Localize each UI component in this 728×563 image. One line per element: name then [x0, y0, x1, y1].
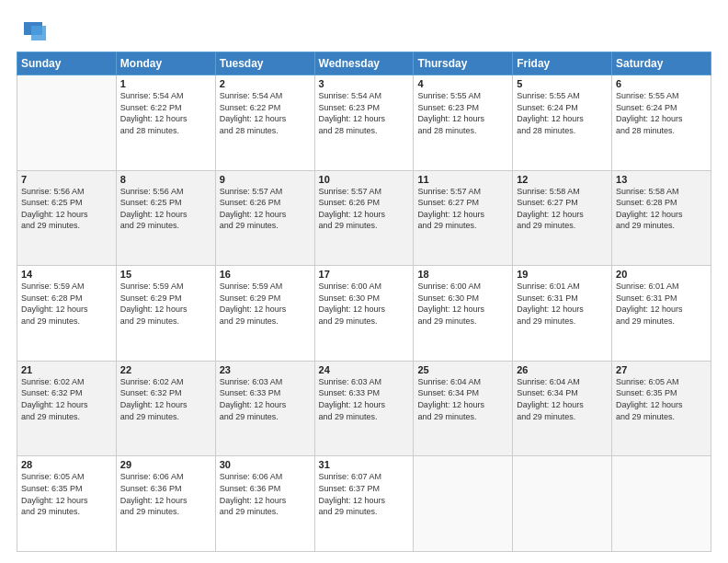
day-info: Sunrise: 5:58 AM Sunset: 6:27 PM Dayligh… — [517, 186, 608, 232]
calendar-day-cell: 6Sunrise: 5:55 AM Sunset: 6:24 PM Daylig… — [612, 75, 711, 171]
day-info: Sunrise: 6:02 AM Sunset: 6:32 PM Dayligh… — [120, 376, 211, 422]
calendar-day-header: Saturday — [612, 52, 711, 75]
day-number: 4 — [417, 78, 508, 89]
day-number: 13 — [616, 174, 707, 185]
day-number: 2 — [220, 78, 311, 89]
logo-icon — [17, 17, 42, 42]
calendar-day-cell: 26Sunrise: 6:04 AM Sunset: 6:34 PM Dayli… — [513, 361, 612, 456]
day-info: Sunrise: 5:54 AM Sunset: 6:23 PM Dayligh… — [319, 90, 410, 136]
day-number: 23 — [220, 364, 311, 375]
day-number: 27 — [616, 364, 707, 375]
calendar-day-cell: 5Sunrise: 5:55 AM Sunset: 6:24 PM Daylig… — [513, 75, 612, 171]
day-number: 10 — [319, 174, 410, 185]
day-info: Sunrise: 6:04 AM Sunset: 6:34 PM Dayligh… — [517, 376, 608, 422]
calendar-day-cell: 11Sunrise: 5:57 AM Sunset: 6:27 PM Dayli… — [414, 170, 513, 266]
day-info: Sunrise: 5:57 AM Sunset: 6:26 PM Dayligh… — [319, 186, 410, 232]
calendar-day-cell: 14Sunrise: 5:59 AM Sunset: 6:28 PM Dayli… — [17, 266, 117, 362]
calendar-day-cell: 3Sunrise: 5:54 AM Sunset: 6:23 PM Daylig… — [314, 75, 414, 171]
calendar-day-cell: 31Sunrise: 6:07 AM Sunset: 6:37 PM Dayli… — [314, 456, 414, 552]
calendar-day-cell: 28Sunrise: 6:05 AM Sunset: 6:35 PM Dayli… — [17, 456, 117, 552]
day-info: Sunrise: 5:57 AM Sunset: 6:26 PM Dayligh… — [220, 186, 311, 232]
day-number: 3 — [319, 78, 410, 89]
day-number: 30 — [220, 459, 311, 470]
day-info: Sunrise: 5:59 AM Sunset: 6:28 PM Dayligh… — [21, 281, 112, 327]
day-info: Sunrise: 6:01 AM Sunset: 6:31 PM Dayligh… — [616, 281, 707, 327]
calendar-header-row: SundayMondayTuesdayWednesdayThursdayFrid… — [17, 52, 711, 75]
day-number: 1 — [120, 78, 211, 89]
calendar-day-cell: 1Sunrise: 5:54 AM Sunset: 6:22 PM Daylig… — [116, 75, 215, 171]
day-number: 20 — [616, 269, 707, 280]
day-info: Sunrise: 5:55 AM Sunset: 6:23 PM Dayligh… — [417, 90, 508, 136]
calendar-day-cell: 17Sunrise: 6:00 AM Sunset: 6:30 PM Dayli… — [314, 266, 414, 362]
calendar-day-cell — [612, 456, 711, 552]
day-number: 14 — [21, 269, 112, 280]
calendar-day-cell — [17, 75, 117, 171]
day-info: Sunrise: 5:55 AM Sunset: 6:24 PM Dayligh… — [616, 90, 707, 136]
calendar-day-cell: 13Sunrise: 5:58 AM Sunset: 6:28 PM Dayli… — [612, 170, 711, 266]
day-info: Sunrise: 6:06 AM Sunset: 6:36 PM Dayligh… — [220, 471, 311, 517]
day-info: Sunrise: 5:56 AM Sunset: 6:25 PM Dayligh… — [120, 186, 211, 232]
calendar-day-cell: 29Sunrise: 6:06 AM Sunset: 6:36 PM Dayli… — [116, 456, 215, 552]
day-number: 18 — [417, 269, 508, 280]
calendar-day-cell: 30Sunrise: 6:06 AM Sunset: 6:36 PM Dayli… — [215, 456, 314, 552]
day-info: Sunrise: 6:03 AM Sunset: 6:33 PM Dayligh… — [220, 376, 311, 422]
calendar-day-cell: 16Sunrise: 5:59 AM Sunset: 6:29 PM Dayli… — [215, 266, 314, 362]
day-info: Sunrise: 5:54 AM Sunset: 6:22 PM Dayligh… — [120, 90, 211, 136]
day-info: Sunrise: 6:02 AM Sunset: 6:32 PM Dayligh… — [21, 376, 112, 422]
day-info: Sunrise: 6:06 AM Sunset: 6:36 PM Dayligh… — [120, 471, 211, 517]
calendar-week-row: 28Sunrise: 6:05 AM Sunset: 6:35 PM Dayli… — [17, 456, 711, 552]
calendar-day-cell: 12Sunrise: 5:58 AM Sunset: 6:27 PM Dayli… — [513, 170, 612, 266]
page-header — [17, 17, 711, 42]
day-number: 25 — [417, 364, 508, 375]
day-number: 8 — [120, 174, 211, 185]
day-info: Sunrise: 6:07 AM Sunset: 6:37 PM Dayligh… — [319, 471, 410, 517]
day-number: 24 — [319, 364, 410, 375]
day-info: Sunrise: 6:05 AM Sunset: 6:35 PM Dayligh… — [21, 471, 112, 517]
calendar-day-cell: 18Sunrise: 6:00 AM Sunset: 6:30 PM Dayli… — [414, 266, 513, 362]
day-info: Sunrise: 6:03 AM Sunset: 6:33 PM Dayligh… — [319, 376, 410, 422]
day-info: Sunrise: 5:57 AM Sunset: 6:27 PM Dayligh… — [417, 186, 508, 232]
calendar-week-row: 14Sunrise: 5:59 AM Sunset: 6:28 PM Dayli… — [17, 266, 711, 362]
day-info: Sunrise: 5:54 AM Sunset: 6:22 PM Dayligh… — [220, 90, 311, 136]
day-number: 11 — [417, 174, 508, 185]
calendar-day-header: Thursday — [414, 52, 513, 75]
day-number: 29 — [120, 459, 211, 470]
calendar-day-cell: 4Sunrise: 5:55 AM Sunset: 6:23 PM Daylig… — [414, 75, 513, 171]
calendar-day-header: Monday — [116, 52, 215, 75]
calendar-week-row: 7Sunrise: 5:56 AM Sunset: 6:25 PM Daylig… — [17, 170, 711, 266]
day-number: 12 — [517, 174, 608, 185]
day-number: 26 — [517, 364, 608, 375]
calendar-day-cell — [513, 456, 612, 552]
calendar-day-header: Sunday — [17, 52, 117, 75]
day-info: Sunrise: 6:05 AM Sunset: 6:35 PM Dayligh… — [616, 376, 707, 422]
calendar-day-header: Friday — [513, 52, 612, 75]
day-number: 15 — [120, 269, 211, 280]
calendar-day-cell — [414, 456, 513, 552]
calendar-day-cell: 19Sunrise: 6:01 AM Sunset: 6:31 PM Dayli… — [513, 266, 612, 362]
day-info: Sunrise: 6:00 AM Sunset: 6:30 PM Dayligh… — [319, 281, 410, 327]
calendar-day-cell: 7Sunrise: 5:56 AM Sunset: 6:25 PM Daylig… — [17, 170, 117, 266]
calendar-day-cell: 25Sunrise: 6:04 AM Sunset: 6:34 PM Dayli… — [414, 361, 513, 456]
day-number: 19 — [517, 269, 608, 280]
calendar-week-row: 1Sunrise: 5:54 AM Sunset: 6:22 PM Daylig… — [17, 75, 711, 171]
calendar-week-row: 21Sunrise: 6:02 AM Sunset: 6:32 PM Dayli… — [17, 361, 711, 456]
calendar-day-cell: 22Sunrise: 6:02 AM Sunset: 6:32 PM Dayli… — [116, 361, 215, 456]
day-number: 16 — [220, 269, 311, 280]
day-info: Sunrise: 6:01 AM Sunset: 6:31 PM Dayligh… — [517, 281, 608, 327]
day-info: Sunrise: 6:04 AM Sunset: 6:34 PM Dayligh… — [417, 376, 508, 422]
calendar-day-cell: 23Sunrise: 6:03 AM Sunset: 6:33 PM Dayli… — [215, 361, 314, 456]
day-info: Sunrise: 5:55 AM Sunset: 6:24 PM Dayligh… — [517, 90, 608, 136]
day-number: 9 — [220, 174, 311, 185]
day-number: 6 — [616, 78, 707, 89]
day-info: Sunrise: 5:59 AM Sunset: 6:29 PM Dayligh… — [220, 281, 311, 327]
calendar-day-cell: 27Sunrise: 6:05 AM Sunset: 6:35 PM Dayli… — [612, 361, 711, 456]
day-info: Sunrise: 5:59 AM Sunset: 6:29 PM Dayligh… — [120, 281, 211, 327]
calendar-table: SundayMondayTuesdayWednesdayThursdayFrid… — [17, 52, 711, 552]
day-number: 17 — [319, 269, 410, 280]
logo — [17, 17, 46, 42]
day-number: 22 — [120, 364, 211, 375]
calendar-day-header: Tuesday — [215, 52, 314, 75]
calendar-day-cell: 9Sunrise: 5:57 AM Sunset: 6:26 PM Daylig… — [215, 170, 314, 266]
day-number: 5 — [517, 78, 608, 89]
calendar-day-cell: 2Sunrise: 5:54 AM Sunset: 6:22 PM Daylig… — [215, 75, 314, 171]
